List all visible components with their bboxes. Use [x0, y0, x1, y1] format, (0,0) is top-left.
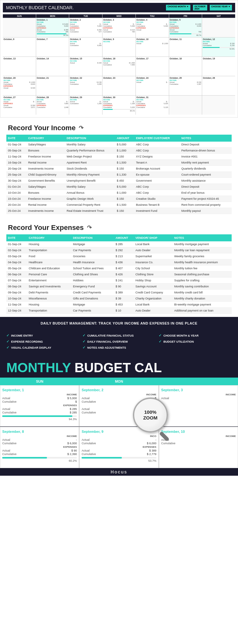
income-section: Record Your Income ↷ DATE CATEGORY DESCR… [0, 117, 238, 217]
col-category-exp: CATEGORY [27, 234, 71, 241]
cal-cell-empty3 [169, 96, 202, 115]
cal-cell-oct8: October, 8 INCOME Actual$ - Cumulative6,… [69, 37, 102, 57]
cal-cell-oct29: October, 29 INCOME Actual$ - Cumulative1… [69, 96, 102, 115]
feature-budget-utilization: ✓ BUDGET UTILIZATION [159, 339, 232, 344]
col-description: DESCRIPTION [65, 135, 115, 142]
choose-year-control[interactable]: CHOOSE YEAR ▼ [210, 5, 232, 10]
day-thu: THU [136, 14, 169, 18]
check-icon: ✓ [6, 333, 9, 338]
dark-banner: DAILY BUDGET MANAGEMENT: TRACK YOUR INCO… [0, 317, 238, 330]
income-table-row: 25-Sep-24 Child Support/Alimony Monthly … [6, 172, 232, 178]
expenses-table-row: 01-Sep-24 Housing Mortgage $ 285 Local B… [6, 241, 232, 247]
income-table-row: 05-Sep-24 Bonuses Quarterly Performance … [6, 148, 232, 154]
cal-cell-oct7: October, 7 [36, 37, 69, 57]
cal-cell-oct19: October, 19 [202, 57, 235, 76]
cal-cell-oct27: October, 27 INCOME Actual$ - EXPENSES Ac… [3, 96, 36, 115]
check-icon-2: ✓ [83, 333, 85, 338]
expenses-table-row: 10-Sep-24 Miscellaneous Gifts and Donati… [6, 296, 232, 302]
feature-choose-month: ✓ CHOOSE MONTH & YEAR [159, 333, 232, 338]
cal-cell-oct30: October, 30 INCOME Actual$ - Cumulative1… [102, 96, 136, 115]
cal-cell-oct2: October, 2 INCOME Actual$ - Cumulative5,… [69, 18, 102, 37]
income-table-body: 01-Sep-24 Salary/Wages Monthly Salary $ … [6, 142, 232, 214]
large-cal-col-headers: SUN MON [0, 378, 238, 385]
cal-cell-oct25: October, 25 INCOME Actual$ 150 Cumulativ… [169, 76, 202, 95]
expenses-table-row: 03-Sep-24 Food Groceries $ 213 Supermark… [6, 253, 232, 259]
cal-cell-oct20: October, 20 INCOME Actual$ 1,000 Cumulat… [3, 76, 36, 95]
day-mon: MON [36, 14, 69, 18]
expenses-table-row: 05-Sep-24 Childcare and Education School… [6, 265, 232, 272]
day-wed: WED [102, 14, 136, 18]
col-notes: NOTES [180, 135, 232, 142]
cal-cell-oct23: October, 23 [102, 76, 136, 95]
features-section: ✓ INCOME ENTRY ✓ CUMULATIVE FINANCIAL ST… [0, 330, 238, 355]
cal-cell-oct13: October, 13 [3, 57, 36, 76]
check-icon-8: ✓ [83, 345, 85, 350]
feature-notes: ✓ NOTES AND ADJUSTMENTS [83, 345, 155, 350]
income-table-row: 01-Oct-24 Salary/Wages Monthly Salary $ … [6, 184, 232, 190]
day-tue: TUE [69, 14, 102, 18]
cal-cell-oct6: October, 6 [3, 37, 36, 57]
cal-cell-oct21: October, 21 [36, 76, 69, 95]
cal-cell-oct24: October, 24 INCOME Actual$ - [136, 76, 169, 95]
income-table-row: 25-Oct-24 Investments Income Real Estate… [6, 208, 232, 214]
expenses-table-body: 01-Sep-24 Housing Mortgage $ 285 Local B… [6, 241, 232, 314]
expenses-table-row: 06-Sep-24 Personal Care Clothing and Sho… [6, 272, 232, 278]
cal-cell-empty4 [202, 96, 235, 115]
check-icon-7: ✓ [6, 345, 9, 350]
day-fri: FRI [169, 14, 202, 18]
cal-cell-oct18: October, 18 [169, 57, 202, 76]
expenses-table: DATE CATEGORY DESCRIPTION AMOUNT VENDOR/… [6, 234, 232, 314]
large-cell-sep1: September, 1 INCOME Actual$ 5,000 Cumula… [0, 385, 79, 426]
feature-expense-recording: ✓ EXPENSE RECORDING [6, 339, 79, 344]
large-cal-title: MONTHLY BUDGET CAL [6, 361, 232, 374]
arrow-icon-2: ↷ [87, 224, 92, 231]
col-employer: EMPLOYER/ CUSTOMER [134, 135, 180, 142]
cal-cell-oct12: October, 12 INCOME Actual$ 150 Cumulativ… [202, 37, 235, 57]
day-sun: SUN [3, 14, 36, 18]
large-cell-sep10: September, 10 INCOME Actual Cumulative [159, 427, 238, 468]
large-cal-header: MONTHLY BUDGET CAL [0, 355, 238, 378]
col-description-exp: DESCRIPTION [71, 234, 114, 241]
income-table-header-row: DATE CATEGORY DESCRIPTION AMOUNT EMPLOYE… [6, 135, 232, 142]
col-notes-exp: NOTES [173, 234, 232, 241]
cal-cell-oct26: October, 26 [202, 76, 235, 95]
income-table-row: 30-Sep-24 Government Benefits Unemployme… [6, 178, 232, 184]
cal-cell-oct10: October, 10 INCOME Actual$ 1,000 [136, 37, 169, 57]
calendar-grid: SUN MON TUE WED THU FRI SAT October, 1 I… [3, 14, 235, 115]
october-label: OCTOBER 2024 [193, 5, 207, 10]
check-icon-6: ✓ [159, 339, 162, 344]
calendar-title: MONTHLY BUDGET CALENDAR. [6, 5, 74, 10]
expenses-table-row: 07-Sep-24 Entertainment Hobbies $ 241 Ho… [6, 278, 232, 284]
check-icon-5: ✓ [83, 339, 85, 344]
income-table-row: 01-Sep-24 Salary/Wages Monthly Salary $ … [6, 142, 232, 148]
col-date-exp: DATE [6, 234, 27, 241]
cal-cell-oct5: October, 5 INCOME Actual$ 1,000 Cumulati… [169, 18, 202, 37]
feature-income-entry: ✓ INCOME ENTRY [6, 333, 79, 338]
expenses-table-wrapper: DATE CATEGORY DESCRIPTION AMOUNT VENDOR/… [3, 234, 235, 317]
day-sat: SAT [202, 14, 235, 18]
feature-cumulative: ✓ CUMULATIVE FINANCIAL STATUS [83, 333, 155, 338]
expenses-table-row: 02-Sep-24 Transportation Car Payments $ … [6, 247, 232, 253]
income-section-header: Record Your Income ↷ [3, 117, 235, 135]
cal-cell-oct14: October, 14 [36, 57, 69, 76]
expenses-table-row: 04-Sep-24 Healthcare Health Insurance $ … [6, 259, 232, 265]
large-col-tue [159, 378, 238, 385]
large-col-sun: SUN [0, 378, 79, 385]
expenses-section: Record Your Expenses ↷ DATE CATEGORY DES… [0, 217, 238, 317]
cal-cell-oct3: October, 3 INCOME Actual$ - Cumulative5,… [102, 18, 136, 37]
cal-cell-oct16: October, 16 INCOME Actual$ 1,500 Cumulat… [102, 57, 136, 76]
cal-cell-oct28: October, 28 INCOME Actual$ - Cumulative7… [36, 96, 69, 115]
zoom-badge: 100%ZOOM [133, 398, 168, 433]
large-col-mon: MON [79, 378, 159, 385]
expenses-table-row: 08-Sep-24 Savings and Investments Emerge… [6, 284, 232, 290]
cal-cell-empty [3, 18, 36, 37]
hocus-watermark: Hocus [0, 468, 238, 476]
large-calendar: MONTHLY BUDGET CAL SUN MON September, 1 … [0, 355, 238, 476]
income-table-row: 20-Oct-24 Rental Income Commercial Prope… [6, 202, 232, 208]
choose-month-control[interactable]: CHOOSE MONTH ▼ [166, 5, 190, 10]
income-table-row: 11-Sep-24 Freelance Income Web Design Pr… [6, 154, 232, 160]
expenses-table-row: 12-Sep-24 Transportation Car Payments $ … [6, 308, 232, 314]
arrow-icon: ↷ [79, 124, 83, 131]
expenses-table-header-row: DATE CATEGORY DESCRIPTION AMOUNT VENDOR/… [6, 234, 232, 241]
income-table-row: 20-Sep-24 Investments Income Stock Divid… [6, 166, 232, 172]
